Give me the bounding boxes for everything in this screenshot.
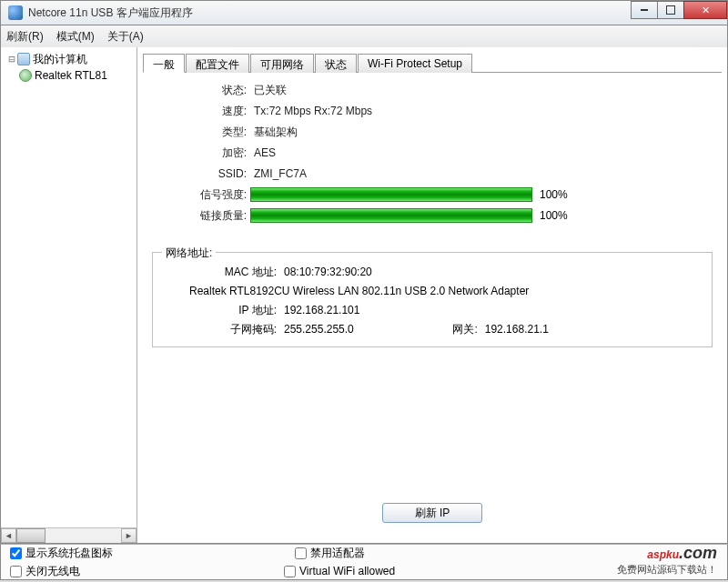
tree-adapter-row[interactable]: Realtek RTL81 bbox=[3, 67, 135, 84]
menu-mode[interactable]: 模式(M) bbox=[56, 29, 95, 45]
checkbox-vwifi-input[interactable] bbox=[284, 566, 296, 577]
scroll-right-icon[interactable]: ► bbox=[121, 528, 136, 543]
checkbox-radio-off[interactable]: 关闭无线电 bbox=[10, 564, 80, 579]
checkbox-vwifi-label: Virtual WiFi allowed bbox=[299, 565, 395, 577]
checkbox-tray-label: 显示系统托盘图标 bbox=[25, 546, 113, 561]
checkbox-disable-label: 禁用适配器 bbox=[310, 546, 365, 561]
signal-pct: 100% bbox=[540, 188, 594, 201]
device-tree: ⊟ 我的计算机 Realtek RTL81 bbox=[1, 47, 136, 87]
value-status: 已关联 bbox=[250, 83, 287, 98]
groupbox-legend: 网络地址: bbox=[162, 246, 216, 261]
checkbox-disable-adapter[interactable]: 禁用适配器 bbox=[295, 546, 365, 561]
tab-wps[interactable]: Wi-Fi Protect Setup bbox=[358, 54, 472, 73]
adapter-name: Realtek RTL8192CU Wireless LAN 802.11n U… bbox=[162, 282, 703, 300]
link-bar bbox=[250, 208, 532, 223]
link-pct: 100% bbox=[540, 209, 594, 222]
menu-about[interactable]: 关于(A) bbox=[107, 29, 144, 45]
row-signal: 信号强度: 100% bbox=[152, 185, 713, 205]
value-mac: 08:10:79:32:90:20 bbox=[280, 266, 372, 278]
label-link: 链接质量: bbox=[152, 208, 250, 224]
checkbox-tray-input[interactable] bbox=[10, 547, 22, 559]
checkbox-radio-label: 关闭无线电 bbox=[25, 564, 80, 579]
row-link: 链接质量: 100% bbox=[152, 206, 713, 226]
watermark: aspku.com 免费网站源码下载站！ bbox=[617, 537, 717, 577]
row-type: 类型: 基础架构 bbox=[152, 122, 713, 142]
label-ssid: SSID: bbox=[152, 167, 250, 180]
refresh-row: 刷新 IP bbox=[152, 503, 713, 528]
tab-profile[interactable]: 配置文件 bbox=[186, 54, 249, 73]
checkbox-virtual-wifi[interactable]: Virtual WiFi allowed bbox=[284, 564, 395, 579]
row-ip: IP 地址: 192.168.21.101 bbox=[162, 301, 703, 319]
label-mask: 子网掩码: bbox=[162, 322, 280, 337]
main-area: ⊟ 我的计算机 Realtek RTL81 ◄ ► 一般 配置文件 可用网络 状… bbox=[0, 47, 728, 544]
window-title: Netcore 11n USB 客户端应用程序 bbox=[28, 5, 193, 21]
row-speed: 速度: Tx:72 Mbps Rx:72 Mbps bbox=[152, 101, 713, 121]
label-encrypt: 加密: bbox=[152, 146, 250, 161]
label-mac: MAC 地址: bbox=[162, 265, 280, 280]
scroll-left-icon[interactable]: ◄ bbox=[1, 528, 16, 543]
content-panel: 一般 配置文件 可用网络 状态 Wi-Fi Protect Setup 状态: … bbox=[137, 47, 727, 543]
menu-refresh[interactable]: 刷新(R) bbox=[6, 29, 44, 45]
row-mac: MAC 地址: 08:10:79:32:90:20 bbox=[162, 263, 703, 281]
checkbox-disable-input[interactable] bbox=[295, 547, 307, 559]
window-buttons bbox=[632, 1, 727, 19]
value-mask: 255.255.255.0 bbox=[280, 323, 354, 336]
watermark-brand: aspku bbox=[647, 548, 679, 561]
label-signal: 信号强度: bbox=[152, 187, 250, 203]
value-speed: Tx:72 Mbps Rx:72 Mbps bbox=[250, 105, 372, 117]
tree-root-row[interactable]: ⊟ 我的计算机 bbox=[3, 51, 135, 67]
tab-strip: 一般 配置文件 可用网络 状态 Wi-Fi Protect Setup bbox=[143, 53, 722, 73]
title-bar: Netcore 11n USB 客户端应用程序 bbox=[0, 0, 728, 25]
general-panel: 状态: 已关联 速度: Tx:72 Mbps Rx:72 Mbps 类型: 基础… bbox=[143, 75, 722, 537]
network-groupbox: 网络地址: MAC 地址: 08:10:79:32:90:20 Realtek … bbox=[152, 252, 713, 347]
row-status: 状态: 已关联 bbox=[152, 80, 713, 100]
row-encrypt: 加密: AES bbox=[152, 143, 713, 163]
tree-collapse-icon[interactable]: ⊟ bbox=[6, 53, 17, 65]
minimize-button[interactable] bbox=[631, 1, 658, 19]
value-gateway: 192.168.21.1 bbox=[481, 323, 549, 336]
app-icon bbox=[8, 5, 23, 20]
menu-bar: 刷新(R) 模式(M) 关于(A) bbox=[0, 25, 728, 47]
signal-bar bbox=[250, 187, 532, 202]
tree-root-label: 我的计算机 bbox=[33, 52, 87, 67]
maximize-button[interactable] bbox=[657, 1, 684, 19]
label-status: 状态: bbox=[152, 83, 250, 98]
sidebar: ⊟ 我的计算机 Realtek RTL81 ◄ ► bbox=[1, 47, 137, 543]
tab-available[interactable]: 可用网络 bbox=[250, 54, 314, 73]
value-ssid: ZMI_FC7A bbox=[250, 167, 307, 180]
tab-general[interactable]: 一般 bbox=[143, 54, 185, 73]
row-ssid: SSID: ZMI_FC7A bbox=[152, 164, 713, 184]
sidebar-scrollbar[interactable]: ◄ ► bbox=[1, 527, 136, 543]
label-type: 类型: bbox=[152, 125, 250, 140]
adapter-icon bbox=[19, 69, 32, 82]
value-encrypt: AES bbox=[250, 146, 276, 159]
watermark-slogan: 免费网站源码下载站！ bbox=[617, 563, 717, 577]
tab-status[interactable]: 状态 bbox=[315, 54, 357, 73]
label-gateway: 网关: bbox=[409, 322, 481, 337]
scroll-thumb[interactable] bbox=[16, 528, 46, 543]
row-mask-gw: 子网掩码: 255.255.255.0 网关: 192.168.21.1 bbox=[162, 320, 703, 338]
label-ip: IP 地址: bbox=[162, 303, 280, 318]
close-button[interactable] bbox=[683, 1, 727, 19]
label-speed: 速度: bbox=[152, 104, 250, 119]
tree-adapter-label: Realtek RTL81 bbox=[35, 69, 107, 82]
value-ip: 192.168.21.101 bbox=[280, 304, 359, 316]
computer-icon bbox=[17, 53, 30, 65]
checkbox-tray[interactable]: 显示系统托盘图标 bbox=[10, 546, 113, 561]
value-type: 基础架构 bbox=[250, 125, 298, 140]
refresh-ip-button[interactable]: 刷新 IP bbox=[382, 503, 482, 523]
checkbox-radio-input[interactable] bbox=[10, 566, 22, 577]
watermark-dotcom: .com bbox=[679, 544, 717, 562]
